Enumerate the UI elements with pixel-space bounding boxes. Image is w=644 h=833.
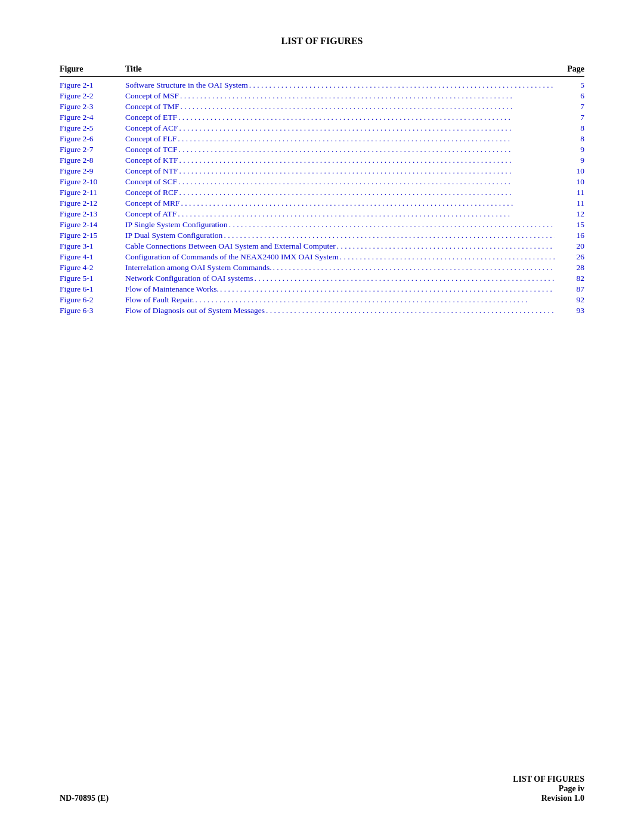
row-dots-20: . . . . . . . . . . . . . . . . . . . . … <box>194 295 555 305</box>
row-dots-18: . . . . . . . . . . . . . . . . . . . . … <box>253 274 555 283</box>
row-page-13: 15 <box>555 220 584 230</box>
row-figure-21: Figure 6-3 <box>60 306 125 315</box>
row-dots-2: . . . . . . . . . . . . . . . . . . . . … <box>179 102 555 112</box>
table-row: Figure 2-8Concept of KTF . . . . . . . .… <box>60 156 584 165</box>
row-dots-6: . . . . . . . . . . . . . . . . . . . . … <box>178 145 555 154</box>
row-dots-5: . . . . . . . . . . . . . . . . . . . . … <box>177 134 555 144</box>
row-title-3: Concept of ETF . . . . . . . . . . . . .… <box>125 113 555 122</box>
header-page: Page <box>555 64 584 74</box>
row-dots-14: . . . . . . . . . . . . . . . . . . . . … <box>222 231 555 240</box>
table-row: Figure 2-11Concept of RCF . . . . . . . … <box>60 188 584 197</box>
header-figure: Figure <box>60 64 125 74</box>
row-title-text-7: Concept of KTF <box>125 156 178 165</box>
row-title-text-18: Network Configuration of OAI systems <box>125 274 253 283</box>
table-row: Figure 4-1Configuration of Commands of t… <box>60 252 584 262</box>
table-row: Figure 2-9Concept of NTF . . . . . . . .… <box>60 166 584 176</box>
row-dots-13: . . . . . . . . . . . . . . . . . . . . … <box>228 220 555 230</box>
row-title-15: Cable Connections Between OAI System and… <box>125 241 555 251</box>
table-row: Figure 2-14IP Single System Configuratio… <box>60 220 584 230</box>
row-title-8: Concept of NTF . . . . . . . . . . . . .… <box>125 166 555 176</box>
row-figure-11: Figure 2-12 <box>60 199 125 208</box>
table-row: Figure 2-3Concept of TMF . . . . . . . .… <box>60 102 584 112</box>
row-page-5: 8 <box>555 134 584 144</box>
row-title-text-11: Concept of MRF <box>125 199 180 208</box>
page-title: LIST OF FIGURES <box>60 36 584 47</box>
row-page-12: 12 <box>555 209 584 219</box>
row-figure-6: Figure 2-7 <box>60 145 125 154</box>
row-title-text-20: Flow of Fault Repair. <box>125 295 194 305</box>
table-row: Figure 2-4Concept of ETF . . . . . . . .… <box>60 113 584 122</box>
row-title-14: IP Dual System Configuration . . . . . .… <box>125 231 555 240</box>
row-dots-19: . . . . . . . . . . . . . . . . . . . . … <box>219 284 555 294</box>
row-figure-4: Figure 2-5 <box>60 123 125 133</box>
row-page-20: 92 <box>555 295 584 305</box>
row-page-21: 93 <box>555 306 584 315</box>
table-header: Figure Title Page <box>60 64 584 77</box>
row-title-10: Concept of RCF . . . . . . . . . . . . .… <box>125 188 555 197</box>
row-figure-5: Figure 2-6 <box>60 134 125 144</box>
row-title-17: Interrelation among OAI System Commands.… <box>125 263 555 272</box>
row-title-text-1: Concept of MSF <box>125 91 179 101</box>
row-page-0: 5 <box>555 80 584 90</box>
row-figure-10: Figure 2-11 <box>60 188 125 197</box>
row-dots-4: . . . . . . . . . . . . . . . . . . . . … <box>178 123 555 133</box>
table-row: Figure 3-1Cable Connections Between OAI … <box>60 241 584 251</box>
row-title-text-9: Concept of SCF <box>125 177 177 187</box>
row-dots-10: . . . . . . . . . . . . . . . . . . . . … <box>178 188 555 197</box>
row-figure-13: Figure 2-14 <box>60 220 125 230</box>
table-row: Figure 6-2Flow of Fault Repair. . . . . … <box>60 295 584 305</box>
row-title-16: Configuration of Commands of the NEAX240… <box>125 252 555 262</box>
table-row: Figure 6-3Flow of Diagnosis out of Syste… <box>60 306 584 315</box>
row-figure-2: Figure 2-3 <box>60 102 125 112</box>
row-dots-1: . . . . . . . . . . . . . . . . . . . . … <box>179 91 555 101</box>
row-dots-8: . . . . . . . . . . . . . . . . . . . . … <box>178 166 555 176</box>
table-row: Figure 2-12Concept of MRF . . . . . . . … <box>60 199 584 208</box>
table-row: Figure 5-1Network Configuration of OAI s… <box>60 274 584 283</box>
row-title-text-0: Software Structure in the OAI System <box>125 80 248 90</box>
row-figure-8: Figure 2-9 <box>60 166 125 176</box>
row-title-text-5: Concept of FLF <box>125 134 177 144</box>
row-dots-0: . . . . . . . . . . . . . . . . . . . . … <box>248 80 555 90</box>
row-title-20: Flow of Fault Repair. . . . . . . . . . … <box>125 295 555 305</box>
row-page-7: 9 <box>555 156 584 165</box>
row-title-21: Flow of Diagnosis out of System Messages… <box>125 306 555 315</box>
header-title: Title <box>125 64 555 74</box>
row-figure-15: Figure 3-1 <box>60 241 125 251</box>
table-row: Figure 2-5Concept of ACF . . . . . . . .… <box>60 123 584 133</box>
row-title-12: Concept of ATF . . . . . . . . . . . . .… <box>125 209 555 219</box>
row-figure-7: Figure 2-8 <box>60 156 125 165</box>
row-figure-9: Figure 2-10 <box>60 177 125 187</box>
row-figure-14: Figure 2-15 <box>60 231 125 240</box>
row-title-text-14: IP Dual System Configuration <box>125 231 222 240</box>
footer-page: Page iv <box>513 784 584 794</box>
row-figure-12: Figure 2-13 <box>60 209 125 219</box>
row-title-text-4: Concept of ACF <box>125 123 178 133</box>
row-title-0: Software Structure in the OAI System . .… <box>125 80 555 90</box>
row-page-9: 10 <box>555 177 584 187</box>
row-title-text-16: Configuration of Commands of the NEAX240… <box>125 252 339 262</box>
row-title-2: Concept of TMF . . . . . . . . . . . . .… <box>125 102 555 112</box>
table-row: Figure 2-10Concept of SCF . . . . . . . … <box>60 177 584 187</box>
row-dots-15: . . . . . . . . . . . . . . . . . . . . … <box>336 241 555 251</box>
row-dots-21: . . . . . . . . . . . . . . . . . . . . … <box>265 306 555 315</box>
row-dots-3: . . . . . . . . . . . . . . . . . . . . … <box>177 113 555 122</box>
row-dots-17: . . . . . . . . . . . . . . . . . . . . … <box>272 263 555 272</box>
row-title-13: IP Single System Configuration . . . . .… <box>125 220 555 230</box>
table-row: Figure 2-13Concept of ATF . . . . . . . … <box>60 209 584 219</box>
row-page-14: 16 <box>555 231 584 240</box>
row-title-text-8: Concept of NTF <box>125 166 178 176</box>
row-title-5: Concept of FLF . . . . . . . . . . . . .… <box>125 134 555 144</box>
row-dots-16: . . . . . . . . . . . . . . . . . . . . … <box>339 252 555 262</box>
row-title-text-6: Concept of TCF <box>125 145 178 154</box>
row-figure-20: Figure 6-2 <box>60 295 125 305</box>
table-row: Figure 2-6Concept of FLF . . . . . . . .… <box>60 134 584 144</box>
footer-section-title: LIST OF FIGURES <box>513 775 584 784</box>
row-page-17: 28 <box>555 263 584 272</box>
row-title-9: Concept of SCF . . . . . . . . . . . . .… <box>125 177 555 187</box>
row-page-6: 9 <box>555 145 584 154</box>
row-figure-1: Figure 2-2 <box>60 91 125 101</box>
row-title-18: Network Configuration of OAI systems . .… <box>125 274 555 283</box>
table-row: Figure 2-7Concept of TCF . . . . . . . .… <box>60 145 584 154</box>
row-title-6: Concept of TCF . . . . . . . . . . . . .… <box>125 145 555 154</box>
row-title-7: Concept of KTF . . . . . . . . . . . . .… <box>125 156 555 165</box>
